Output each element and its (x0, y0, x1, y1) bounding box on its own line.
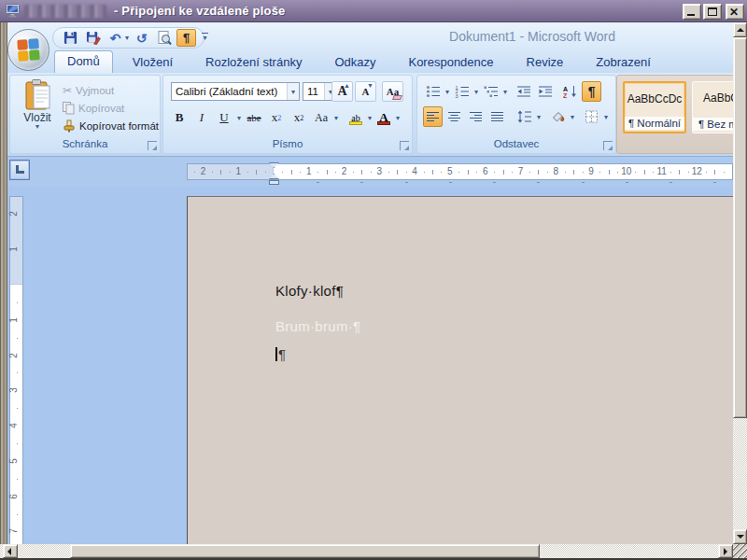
office-logo-icon (17, 38, 40, 62)
undo-dropdown[interactable]: ▾ (125, 34, 129, 42)
tab-zobrazeni[interactable]: Zobrazení (583, 52, 664, 73)
borders-dropdown-icon[interactable]: ▾ (603, 113, 609, 121)
redacted-address (24, 5, 106, 18)
vertical-scroll-thumb[interactable] (733, 37, 747, 418)
horizontal-scrollbar[interactable] (0, 544, 733, 558)
multilevel-list-button[interactable] (481, 81, 500, 102)
numbering-dropdown-icon[interactable]: ▾ (473, 88, 479, 96)
v-ruler: 21 1234567 (9, 196, 23, 544)
paste-icon (23, 79, 51, 111)
multilevel-dropdown-icon[interactable]: ▾ (502, 88, 508, 96)
scroll-right-button[interactable] (718, 544, 733, 558)
clear-formatting-button[interactable]: Aa (382, 81, 403, 102)
office-button[interactable] (7, 29, 49, 71)
italic-button[interactable]: I (191, 107, 212, 128)
tab-korespondence[interactable]: Korespondence (395, 52, 506, 73)
rdp-titlebar[interactable]: - Připojení ke vzdálené ploše ✕ (0, 0, 747, 22)
increase-indent-button[interactable] (535, 81, 555, 102)
tab-vlozeni[interactable]: Vložení (120, 52, 186, 73)
redo-button[interactable]: ↺ (132, 29, 151, 47)
underline-button[interactable]: U (214, 107, 234, 128)
maximize-icon (708, 7, 717, 16)
tab-odkazy[interactable]: Odkazy (321, 52, 388, 73)
line-spacing-dropdown-icon[interactable]: ▾ (536, 113, 542, 121)
bullets-dropdown-icon[interactable]: ▾ (444, 88, 450, 96)
borders-button[interactable] (582, 106, 601, 127)
style-normal[interactable]: AaBbCcDc ¶ Normální (623, 81, 686, 133)
numbering-button[interactable]: 123 (452, 81, 472, 102)
left-tab-icon (16, 165, 24, 174)
copy-button[interactable]: Kopírovat (63, 99, 160, 117)
format-painter-label: Kopírovat formát (79, 120, 159, 132)
highlight-dropdown-icon[interactable]: ▾ (367, 114, 373, 122)
font-name-value: Calibri (Základní text) (176, 86, 277, 97)
font-dialog-launcher[interactable] (400, 141, 409, 150)
align-right-button[interactable] (466, 106, 486, 127)
font-color-button[interactable]: A (374, 108, 393, 127)
bold-button[interactable]: B (169, 107, 190, 128)
document-area: 21 1234567 Klofy·klof¶Brum·brum·¶¶ (7, 187, 733, 544)
tab-revize[interactable]: Revize (514, 52, 577, 73)
document-text-line[interactable]: ¶ (275, 346, 286, 362)
tab-stop-selector[interactable] (9, 160, 30, 180)
scroll-left-button[interactable] (3, 544, 18, 558)
maximize-button[interactable] (703, 4, 722, 20)
underline-dropdown-icon[interactable]: ▾ (236, 114, 242, 122)
save-as-button[interactable] (83, 29, 103, 47)
scroll-up-button[interactable] (733, 22, 747, 37)
strikethrough-button[interactable]: abe (244, 107, 264, 128)
document-page[interactable]: Klofy·klof¶Brum·brum·¶¶ (187, 196, 733, 544)
align-center-button[interactable] (444, 106, 464, 127)
undo-icon: ↶ (110, 31, 121, 46)
decrease-indent-button[interactable] (514, 81, 533, 102)
cut-button[interactable]: ✂ Vyjmout (63, 81, 160, 99)
bullets-icon (426, 85, 441, 98)
close-button[interactable]: ✕ (726, 4, 744, 20)
font-name-combo[interactable]: Calibri (Základní text) ▾ (171, 82, 300, 101)
format-painter-button[interactable]: Kopírovat formát (63, 117, 160, 134)
change-case-button[interactable]: Aa (311, 107, 331, 128)
document-text-line[interactable]: Klofy·klof¶ (275, 283, 344, 299)
sort-button[interactable]: A Z (560, 81, 580, 102)
document-title: Dokument1 - Microsoft Word (402, 29, 663, 44)
shading-button[interactable] (548, 106, 568, 127)
shrink-font-button[interactable]: A ▼ (355, 81, 376, 102)
superscript-button[interactable]: x2 (289, 107, 309, 128)
shading-dropdown-icon[interactable]: ▾ (570, 113, 575, 121)
remote-desktop-icon (6, 4, 21, 18)
ribbon-tab-row: Domů Vložení Rozložení stránky Odkazy Ko… (7, 52, 733, 73)
line-spacing-button[interactable] (514, 106, 534, 127)
font-color-dropdown-icon[interactable]: ▾ (395, 114, 401, 122)
print-preview-button[interactable] (154, 29, 174, 47)
left-indent-marker[interactable] (269, 180, 279, 185)
borders-icon (585, 110, 599, 123)
tab-rozlozeni-stranky[interactable]: Rozložení stránky (192, 52, 315, 73)
tab-domu[interactable]: Domů (54, 50, 113, 73)
window-left-border (0, 22, 7, 544)
bullets-button[interactable] (423, 81, 443, 102)
change-case-dropdown-icon[interactable]: ▾ (333, 114, 339, 122)
undo-button[interactable]: ↶ (106, 29, 125, 47)
minimize-button[interactable] (683, 4, 701, 20)
subscript-button[interactable]: x2 (266, 107, 287, 128)
highlight-button[interactable]: ab (346, 108, 365, 127)
align-left-button[interactable] (423, 106, 443, 127)
save-button[interactable] (61, 29, 80, 47)
clipboard-dialog-launcher[interactable] (148, 141, 157, 150)
show-formatting-qat-button[interactable]: ¶ (176, 29, 196, 47)
qat-customize-button[interactable]: ▾ (198, 31, 212, 46)
grow-font-button[interactable]: A ▲ (331, 81, 353, 102)
h-ruler: 21 123456789101112 (187, 163, 733, 180)
vertical-scrollbar[interactable] (733, 22, 747, 544)
paragraph-dialog-launcher[interactable] (603, 141, 613, 150)
ribbon: Vložit ▾ ✂ Vyjmout Kopírovat (7, 73, 733, 157)
paste-button[interactable]: Vložit ▾ (16, 79, 59, 137)
scroll-down-button[interactable] (733, 529, 747, 544)
print-preview-icon (157, 31, 172, 46)
document-text-line[interactable]: Brum·brum·¶ (275, 318, 360, 334)
quick-access-toolbar: ↶ ▾ ↺ ¶ (52, 27, 204, 49)
show-formatting-button[interactable]: ¶ (582, 81, 601, 102)
justify-button[interactable] (487, 106, 507, 127)
horizontal-scroll-thumb[interactable] (70, 544, 540, 558)
group-paragraph: ▾ 123 ▾ ▾ (416, 75, 616, 154)
